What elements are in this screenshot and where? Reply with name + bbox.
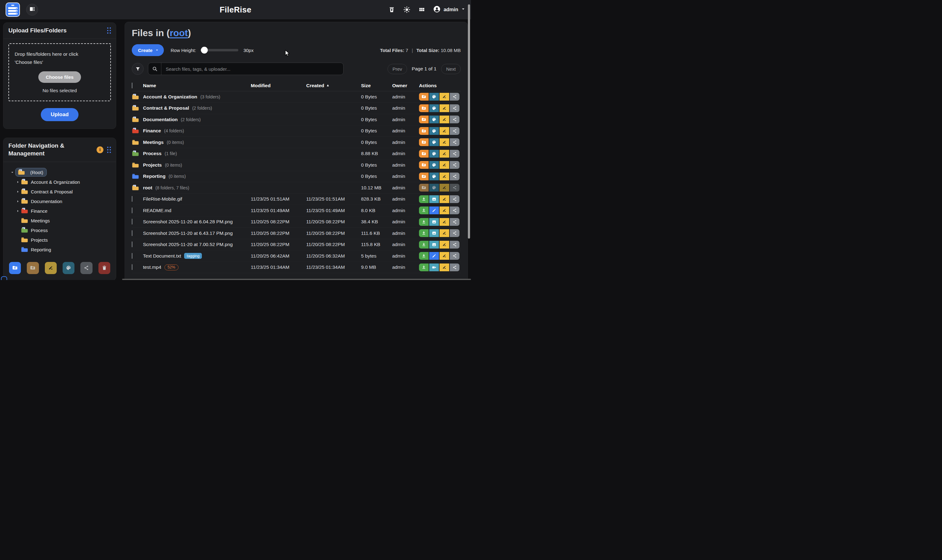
tree-item-finance[interactable]: Finance <box>8 206 111 216</box>
palette-action-button[interactable] <box>429 115 439 123</box>
table-row[interactable]: Contract & Proposal(2 folders)0 Bytesadm… <box>132 103 461 114</box>
drag-handle-icon[interactable] <box>107 28 111 34</box>
palette-action-button[interactable] <box>429 150 439 158</box>
share-action-button[interactable] <box>450 184 459 192</box>
tree-caret[interactable] <box>9 171 15 174</box>
folder-move-action-button[interactable] <box>419 104 429 112</box>
rename-action-button[interactable] <box>440 93 449 101</box>
rename-action-button[interactable] <box>440 218 449 226</box>
share-folder-button[interactable] <box>80 262 92 274</box>
folder-name[interactable]: Process <box>143 151 162 156</box>
share-action-button[interactable] <box>450 229 459 237</box>
file-name[interactable]: Screenshot 2025-11-20 at 6.04.28 PM.png <box>143 219 233 225</box>
share-action-button[interactable] <box>450 104 459 112</box>
file-name[interactable]: FileRise-Mobile.gif <box>143 196 182 202</box>
palette-action-button[interactable] <box>429 127 439 135</box>
color-folder-button[interactable] <box>63 262 74 274</box>
table-row[interactable]: Documentation(2 folders)0 Bytesadmin <box>132 114 461 126</box>
column-modified[interactable]: Modified <box>251 83 306 88</box>
rename-action-button[interactable] <box>440 138 449 146</box>
table-row[interactable]: FileRise-Mobile.gif11/23/25 01:51AM11/23… <box>132 194 461 205</box>
sidebar-toggle-button[interactable] <box>26 4 38 15</box>
table-row[interactable]: Screenshot 2025-11-20 at 6.43.17 PM.png1… <box>132 228 461 239</box>
select-all-checkbox[interactable] <box>132 83 132 88</box>
filter-button[interactable] <box>132 63 144 75</box>
file-name[interactable]: Screenshot 2025-11-20 at 6.43.17 PM.png <box>143 231 233 236</box>
edit-action-button[interactable] <box>429 206 439 214</box>
move-folder-button[interactable] <box>27 262 38 274</box>
folder-move-action-button[interactable] <box>419 172 429 180</box>
tree-item-documentation[interactable]: Documentation <box>8 197 111 206</box>
tree-item-reporting[interactable]: Reporting <box>8 245 111 254</box>
tree-caret[interactable] <box>15 180 21 184</box>
filerise-logo[interactable] <box>6 3 20 17</box>
share-action-button[interactable] <box>450 172 459 180</box>
trash-restore-icon[interactable] <box>388 6 396 13</box>
rename-action-button[interactable] <box>440 206 449 214</box>
share-action-button[interactable] <box>450 93 459 101</box>
apps-grid-icon[interactable] <box>418 6 425 13</box>
share-action-button[interactable] <box>450 252 459 260</box>
table-row[interactable]: test.mp452%11/23/25 01:34AM11/23/25 01:3… <box>132 262 461 274</box>
folder-move-action-button[interactable] <box>419 184 429 192</box>
table-row[interactable]: Process(1 file)8.88 KBadmin <box>132 148 461 160</box>
palette-action-button[interactable] <box>429 93 439 101</box>
table-row[interactable]: Screenshot 2025-11-20 at 7.00.52 PM.png1… <box>132 239 461 251</box>
download-action-button[interactable] <box>419 252 429 260</box>
rename-action-button[interactable] <box>440 241 449 249</box>
folder-name[interactable]: Meetings <box>143 140 163 145</box>
video-action-button[interactable] <box>429 263 439 271</box>
next-page-button[interactable]: Next <box>441 64 461 74</box>
share-action-button[interactable] <box>450 127 459 135</box>
table-row[interactable]: Screenshot 2025-11-20 at 6.04.28 PM.png1… <box>132 217 461 228</box>
folder-name[interactable]: Documentation <box>143 117 177 122</box>
table-row[interactable]: Meetings(0 items)0 Bytesadmin <box>132 137 461 148</box>
column-owner[interactable]: Owner <box>392 83 419 88</box>
create-folder-button[interactable] <box>9 262 21 274</box>
folder-move-action-button[interactable] <box>419 161 429 169</box>
edit-action-button[interactable] <box>429 252 439 260</box>
info-icon[interactable]: i <box>97 146 103 153</box>
folder-name[interactable]: Account & Organization <box>143 94 197 100</box>
row-checkbox[interactable] <box>132 218 132 225</box>
selected-folder-pill[interactable]: (Root) <box>15 168 47 177</box>
share-action-button[interactable] <box>450 241 459 249</box>
file-name[interactable]: test.mp4 <box>143 265 162 270</box>
choose-files-button[interactable]: Choose files <box>38 71 81 83</box>
rename-folder-button[interactable] <box>45 262 57 274</box>
rename-action-button[interactable] <box>440 184 449 192</box>
tree-caret[interactable] <box>15 209 21 213</box>
prev-page-button[interactable]: Prev <box>388 64 407 74</box>
table-row[interactable]: Projects(0 items)0 Bytesadmin <box>132 160 461 171</box>
image-action-button[interactable] <box>429 218 439 226</box>
folder-move-action-button[interactable] <box>419 115 429 123</box>
row-checkbox[interactable] <box>132 196 132 202</box>
palette-action-button[interactable] <box>429 184 439 192</box>
rename-action-button[interactable] <box>440 229 449 237</box>
rename-action-button[interactable] <box>440 263 449 271</box>
folder-move-action-button[interactable] <box>419 150 429 158</box>
folder-name[interactable]: Contract & Proposal <box>143 105 189 111</box>
tree-caret[interactable] <box>15 200 21 203</box>
vertical-scrollbar[interactable] <box>468 5 470 238</box>
folder-move-action-button[interactable] <box>419 127 429 135</box>
tree-item-contract-proposal[interactable]: Contract & Proposal <box>8 187 111 197</box>
tree-caret[interactable] <box>15 190 21 194</box>
delete-folder-button[interactable] <box>99 262 110 274</box>
share-action-button[interactable] <box>450 161 459 169</box>
search-input[interactable] <box>162 63 343 75</box>
table-row[interactable]: Account & Organization(3 folders)0 Bytes… <box>132 91 461 103</box>
table-row[interactable]: Finance(4 folders)0 Bytesadmin <box>132 126 461 137</box>
folder-name[interactable]: Projects <box>143 162 162 168</box>
tree-item-account-organization[interactable]: Account & Organization <box>8 177 111 187</box>
file-name[interactable]: README.md <box>143 208 171 213</box>
share-action-button[interactable] <box>450 115 459 123</box>
folder-name[interactable]: Finance <box>143 128 161 134</box>
rename-action-button[interactable] <box>440 161 449 169</box>
row-checkbox[interactable] <box>132 208 132 213</box>
rename-action-button[interactable] <box>440 115 449 123</box>
drag-handle-icon[interactable] <box>107 147 111 153</box>
row-checkbox[interactable] <box>132 242 132 247</box>
rename-action-button[interactable] <box>440 195 449 203</box>
tree-item-projects[interactable]: Projects <box>8 235 111 245</box>
